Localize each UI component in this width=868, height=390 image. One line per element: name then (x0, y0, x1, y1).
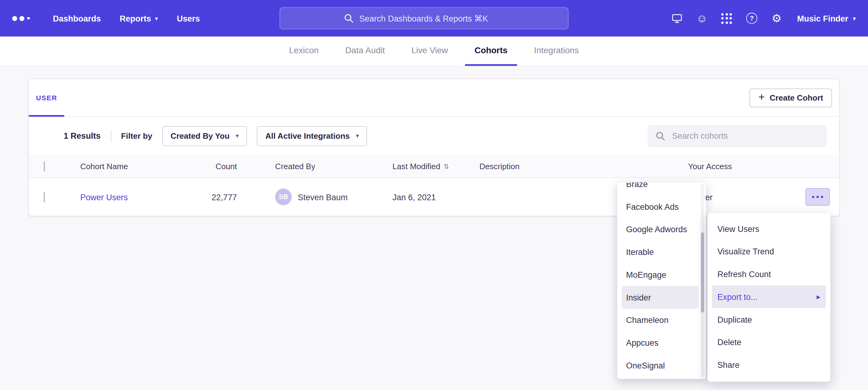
tab-live-view[interactable]: Live View (402, 37, 457, 66)
caret-down-icon: ▾ (155, 15, 158, 21)
col-description: Description (479, 162, 688, 171)
apps-grid-icon[interactable] (720, 12, 734, 25)
cohort-context-menu: View Users Visualize Trend Refresh Count… (707, 213, 830, 382)
search-icon (655, 131, 665, 140)
workspace-name: Music Finder (797, 13, 848, 23)
menu-item-delete[interactable]: Delete (712, 331, 826, 353)
created-by-filter-label: Created By You (170, 131, 229, 140)
menu-item-chameleon[interactable]: Chameleon (622, 309, 699, 331)
cohorts-card-header: USER + Create Cohort (29, 79, 839, 117)
avatar: SB (275, 189, 292, 205)
col-last-modified-label: Last Modified (393, 162, 440, 171)
cohort-count: 22,777 (160, 192, 237, 202)
menu-item-label: Export to... (717, 292, 757, 302)
last-modified-cell: Jan 6, 2021 (393, 192, 479, 202)
nav-reports[interactable]: Reports ▾ (120, 13, 158, 23)
app-window: Dashboards Reports ▾ Users (0, 0, 868, 390)
nav-dashboards[interactable]: Dashboards (53, 13, 101, 23)
data-management-glyph (671, 12, 683, 25)
cohort-search (648, 125, 827, 147)
submenu-arrow-icon: ▶ (816, 294, 820, 300)
menu-item-refresh-count[interactable]: Refresh Count (712, 263, 826, 285)
row-actions-button[interactable] (806, 188, 830, 206)
tab-data-audit[interactable]: Data Audit (336, 37, 394, 66)
tab-lexicon[interactable]: Lexicon (280, 37, 328, 66)
created-by-name: Steven Baum (298, 192, 348, 202)
feedback-smiley-icon[interactable]: ☺ (695, 12, 709, 25)
row-checkbox[interactable] (44, 192, 45, 202)
menu-item-iterable[interactable]: Iterable (622, 240, 699, 263)
active-tab-underline (29, 115, 64, 117)
integrations-filter-label: All Active Integrations (265, 131, 350, 140)
menu-item-appcues[interactable]: Appcues (622, 331, 699, 354)
mixpanel-logo[interactable] (12, 16, 30, 21)
dot-icon (821, 196, 824, 198)
scrollbar-thumb[interactable] (701, 232, 704, 313)
menu-item-export-to[interactable]: Export to... ▶ (712, 285, 826, 308)
menu-item-facebook-ads[interactable]: Facebook Ads (622, 195, 699, 218)
nav-reports-label: Reports (120, 13, 151, 23)
select-all-checkbox[interactable] (44, 161, 45, 171)
menu-item-duplicate[interactable]: Duplicate (712, 308, 826, 331)
created-by-cell: SB Steven Baum (237, 189, 393, 205)
cohort-search-input[interactable] (648, 125, 827, 147)
menu-item-insider[interactable]: Insider (622, 286, 699, 309)
create-cohort-button[interactable]: + Create Cohort (749, 89, 832, 107)
caret-down-icon: ▾ (852, 15, 856, 21)
top-nav-right: ☺ ? ⚙ Music Finder ▾ (671, 0, 856, 37)
cohorts-page: USER + Create Cohort 1 Results Filter by… (0, 66, 868, 216)
logo-dot (27, 17, 30, 20)
filter-by-label: Filter by (121, 131, 152, 140)
created-by-filter-dropdown[interactable]: Created By You ▾ (162, 126, 247, 146)
grid-dots-glyph (721, 13, 732, 23)
tab-user-cohorts[interactable]: USER (36, 94, 57, 101)
menu-item-moengage[interactable]: MoEngage (622, 263, 699, 286)
nav-users[interactable]: Users (177, 13, 200, 23)
section-tabs: Lexicon Data Audit Live View Cohorts Int… (0, 37, 868, 66)
logo-dot (20, 16, 24, 21)
menu-item-google-adwords[interactable]: Google Adwords (622, 218, 699, 241)
col-count: Count (160, 162, 237, 171)
caret-down-icon: ▾ (356, 133, 359, 139)
menu-item-label: Share (717, 360, 740, 370)
menu-item-onesignal[interactable]: OneSignal (622, 354, 699, 377)
caret-down-icon: ▾ (236, 133, 239, 139)
menu-item-label: Visualize Trend (717, 247, 774, 256)
menu-item-label: View Users (717, 224, 760, 233)
cohort-name-link[interactable]: Power Users (80, 192, 160, 202)
menu-item-visualize-trend[interactable]: Visualize Trend (712, 240, 826, 263)
create-cohort-label: Create Cohort (770, 94, 823, 102)
tab-integrations[interactable]: Integrations (525, 37, 588, 66)
cohorts-card: USER + Create Cohort 1 Results Filter by… (29, 79, 839, 216)
col-cohort-name: Cohort Name (80, 162, 160, 171)
global-search[interactable] (279, 7, 568, 29)
global-search-input[interactable] (359, 13, 504, 23)
search-icon (344, 13, 354, 23)
menu-item-label: Refresh Count (717, 269, 771, 279)
table-header: Cohort Name Count Created By Last Modifi… (29, 155, 839, 178)
filter-bar: 1 Results Filter by Created By You ▾ All… (29, 117, 839, 155)
menu-item-braze[interactable]: Braze (622, 183, 699, 195)
menu-item-label: Duplicate (717, 315, 752, 324)
tab-cohorts[interactable]: Cohorts (465, 37, 517, 66)
data-management-icon[interactable] (671, 12, 684, 25)
export-integrations-submenu: Braze Facebook Ads Google Adwords Iterab… (617, 183, 706, 379)
logo-dot (12, 16, 17, 21)
settings-gear-icon[interactable]: ⚙ (770, 12, 783, 25)
integrations-filter-dropdown[interactable]: All Active Integrations ▾ (257, 126, 367, 146)
primary-nav: Dashboards Reports ▾ Users (53, 13, 200, 23)
nav-dashboards-label: Dashboards (53, 13, 101, 23)
nav-users-label: Users (177, 13, 200, 23)
workspace-switcher[interactable]: Music Finder ▾ (797, 13, 856, 23)
plus-icon: + (758, 91, 765, 104)
menu-item-label: Delete (717, 337, 742, 347)
menu-item-view-users[interactable]: View Users (712, 218, 826, 240)
cohort-context-list: View Users Visualize Trend Refresh Count… (707, 218, 830, 376)
col-created-by: Created By (237, 162, 393, 171)
sort-icon[interactable]: ⇅ (443, 162, 449, 170)
help-icon[interactable]: ? (745, 12, 758, 25)
dot-icon (812, 196, 814, 198)
top-nav: Dashboards Reports ▾ Users (0, 0, 868, 37)
col-last-modified: Last Modified ⇅ (393, 162, 479, 171)
menu-item-share[interactable]: Share (712, 353, 826, 376)
